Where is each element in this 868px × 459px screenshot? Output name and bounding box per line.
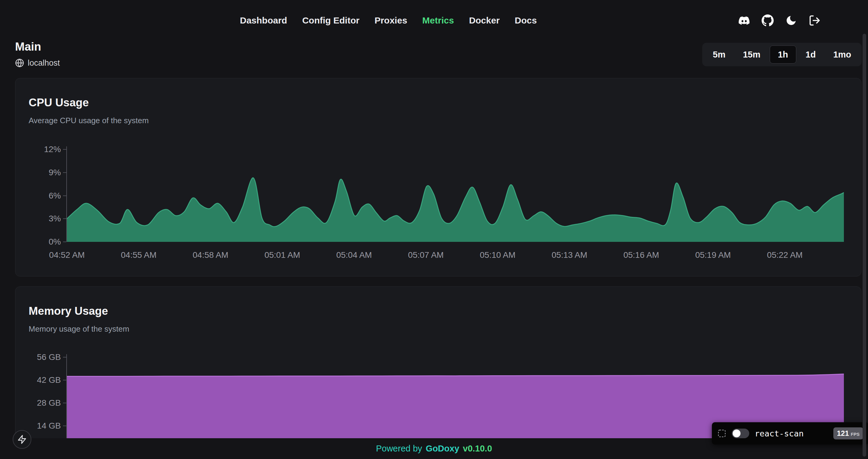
github-icon[interactable] (761, 14, 774, 27)
time-range-5m[interactable]: 5m (705, 45, 734, 64)
logout-icon[interactable] (808, 14, 821, 27)
time-range-1mo[interactable]: 1mo (825, 45, 860, 64)
nav-item-proxies[interactable]: Proxies (375, 14, 407, 27)
main-nav: DashboardConfig EditorProxiesMetricsDock… (240, 14, 537, 27)
nav-item-metrics[interactable]: Metrics (422, 14, 454, 27)
fps-unit: FPS (851, 432, 860, 437)
fps-value: 121 (837, 429, 849, 438)
host-label: localhost (28, 58, 60, 68)
time-range-1h[interactable]: 1h (770, 45, 796, 64)
footer-version: v0.10.0 (463, 444, 492, 454)
discord-icon[interactable] (738, 14, 751, 27)
dark-mode-icon[interactable] (784, 14, 798, 27)
nav-icons (738, 14, 821, 27)
page-title: Main (15, 40, 41, 54)
cpu-usage-card: CPU Usage Average CPU usage of the syste… (15, 78, 861, 276)
zap-icon (17, 435, 27, 444)
lightning-button[interactable] (13, 430, 31, 449)
nav-item-config-editor[interactable]: Config Editor (302, 14, 360, 27)
time-range-15m[interactable]: 15m (735, 45, 769, 64)
host-row: localhost (15, 58, 60, 68)
react-scan-toggle[interactable] (732, 429, 749, 438)
time-range-selector: 5m15m1h1d1mo (702, 43, 862, 66)
scan-icon[interactable] (717, 429, 726, 438)
cpu-card-subtitle: Average CPU usage of the system (29, 116, 149, 125)
cpu-card-title: CPU Usage (29, 96, 89, 110)
memory-card-subtitle: Memory usage of the system (29, 324, 129, 334)
nav-item-dashboard[interactable]: Dashboard (240, 14, 287, 27)
time-range-1d[interactable]: 1d (798, 45, 824, 64)
fps-badge: 121 FPS (833, 427, 863, 439)
memory-card-title: Memory Usage (29, 304, 108, 318)
react-scan-widget: react-scan 121 FPS (712, 422, 868, 445)
nav-item-docker[interactable]: Docker (469, 14, 500, 27)
footer-brand-link[interactable]: GoDoxy (426, 444, 459, 454)
globe-icon (15, 59, 24, 67)
nav-item-docs[interactable]: Docs (515, 14, 537, 27)
footer-powered-by: Powered by (376, 444, 422, 454)
toggle-knob (733, 429, 741, 437)
react-scan-label: react-scan (755, 429, 804, 438)
scrollbar[interactable] (863, 34, 866, 457)
